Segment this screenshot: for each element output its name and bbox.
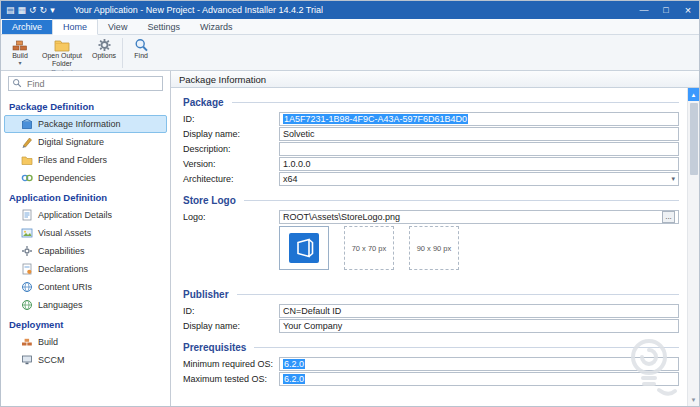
sidebar-item-visual-assets[interactable]: Visual Assets: [1, 224, 170, 242]
field-row-version: Version: 1.0.0.0: [183, 157, 679, 171]
section-divider: [254, 347, 679, 348]
find-input[interactable]: [27, 79, 159, 89]
min-os-field[interactable]: 6.2.0: [279, 357, 679, 371]
field-row-publisher-id: ID: CN=Default ID: [183, 304, 679, 318]
tab-wizards[interactable]: Wizards: [190, 20, 243, 34]
sidebar-item-declarations[interactable]: Declarations: [1, 260, 170, 278]
sidebar-item-capabilities[interactable]: Capabilities: [1, 242, 170, 260]
sidebar-item-label: Dependencies: [38, 173, 96, 183]
version-value: 1.0.0.0: [283, 159, 311, 169]
field-row-description: Description:: [183, 142, 679, 156]
find-button-label: Find: [134, 52, 148, 60]
build-button-label: Build: [12, 52, 28, 60]
sidebar-item-dependencies[interactable]: Dependencies: [1, 169, 170, 187]
section-divider: [244, 200, 679, 201]
publisher-display-name-field[interactable]: Your Company: [279, 319, 679, 333]
languages-globe-icon: [21, 299, 33, 311]
display-name-field[interactable]: Solvetic: [279, 127, 679, 141]
content-header: Package Information: [171, 71, 699, 88]
store-logo-preview[interactable]: [279, 226, 329, 270]
sidebar-item-files-and-folders[interactable]: Files and Folders: [1, 151, 170, 169]
logo-path-field[interactable]: ROOT\Assets\StoreLogo.png ...: [279, 210, 679, 224]
redo-icon[interactable]: ↻: [40, 5, 48, 15]
sidebar-item-label: Declarations: [38, 264, 88, 274]
content-header-title: Package Information: [179, 74, 266, 85]
section-title-store-logo: Store Logo: [183, 195, 679, 206]
save-icon[interactable]: ▤: [6, 5, 15, 15]
ribbon: Build ▾ Open Output Folder Options Proje…: [1, 35, 699, 71]
qat-dropdown-icon[interactable]: ▾: [50, 5, 55, 15]
chevron-down-icon: ▾: [667, 175, 675, 183]
gear-icon: [21, 245, 33, 257]
chevron-down-icon: ▾: [18, 60, 21, 67]
architecture-dropdown[interactable]: x64 ▾: [279, 172, 679, 186]
open-output-folder-label: Open Output Folder: [38, 52, 86, 68]
maximize-button[interactable]: □: [655, 1, 677, 19]
tab-archive[interactable]: Archive: [2, 20, 52, 34]
sidebar-section-package-definition: Package Definition: [1, 96, 170, 115]
image-icon: [21, 227, 33, 239]
section-title-text: Prerequisites: [183, 342, 246, 353]
undo-icon[interactable]: ↺: [29, 5, 37, 15]
scroll-up-arrow[interactable]: ▲: [688, 88, 700, 101]
sidebar-item-sccm[interactable]: SCCM: [1, 351, 170, 369]
magnifier-icon: [134, 37, 149, 52]
package-id-field[interactable]: 1A5F7231-1B98-4F9C-A43A-597F6D61B4D0: [279, 112, 679, 126]
sidebar-item-languages[interactable]: Languages: [1, 296, 170, 314]
options-button[interactable]: Options: [89, 36, 119, 68]
main-area: Package Definition Package Information D…: [1, 71, 699, 406]
ribbon-separator: [122, 38, 123, 68]
sidebar-item-build[interactable]: Build: [1, 333, 170, 351]
version-label: Version:: [183, 159, 279, 169]
tab-settings[interactable]: Settings: [137, 20, 190, 34]
titlebar: ▤ ▦ ↺ ↻ ▾ Your Application - New Project…: [1, 1, 699, 19]
folder-icon: [21, 154, 33, 166]
gear-icon: [97, 37, 112, 52]
description-field[interactable]: [279, 142, 679, 156]
find-button[interactable]: Find: [126, 36, 156, 61]
publisher-id-label: ID:: [183, 306, 279, 316]
sidebar-item-label: SCCM: [38, 355, 65, 365]
field-row-logo: Logo: ROOT\Assets\StoreLogo.png ...: [183, 210, 679, 224]
content-panel: Package Information Package ID: 1A5F7231…: [171, 71, 699, 406]
tab-home[interactable]: Home: [52, 19, 98, 35]
vertical-scrollbar[interactable]: ▲ ▼: [687, 88, 699, 406]
sidebar-item-digital-signature[interactable]: Digital Signature: [1, 133, 170, 151]
version-field[interactable]: 1.0.0.0: [279, 157, 679, 171]
architecture-label: Architecture:: [183, 174, 279, 184]
browse-button[interactable]: ...: [662, 211, 675, 223]
field-row-display-name: Display name: Solvetic: [183, 127, 679, 141]
sidebar: Package Definition Package Information D…: [1, 71, 171, 406]
monitor-icon: [21, 354, 33, 366]
sidebar-section-application-definition: Application Definition: [1, 187, 170, 206]
section-title-prerequisites: Prerequisites: [183, 342, 679, 353]
max-os-label: Maximum tested OS:: [183, 374, 279, 384]
logo-placeholder-90[interactable]: 90 x 90 px: [409, 226, 459, 270]
content-scroll-area: Package ID: 1A5F7231-1B98-4F9C-A43A-597F…: [171, 88, 687, 406]
open-output-folder-button[interactable]: Open Output Folder: [35, 36, 89, 68]
scrollbar-thumb[interactable]: [690, 103, 698, 175]
advanced-installer-window: { "titlebar": { "title": "Your Applicati…: [0, 0, 700, 407]
sidebar-item-application-details[interactable]: Application Details: [1, 206, 170, 224]
build-icon[interactable]: ▦: [18, 5, 27, 15]
max-os-field[interactable]: 6.2.0: [279, 372, 679, 386]
section-title-publisher: Publisher: [183, 289, 679, 300]
logo-placeholder-70[interactable]: 70 x 70 px: [344, 226, 394, 270]
ribbon-group-find: Find: [126, 36, 156, 70]
minimize-button[interactable]: —: [633, 1, 655, 19]
publisher-display-name-value: Your Company: [283, 321, 342, 331]
section-title-package: Package: [183, 97, 679, 108]
sidebar-item-label: Digital Signature: [38, 137, 104, 147]
section-divider: [232, 102, 679, 103]
close-button[interactable]: ×: [677, 1, 699, 19]
scroll-down-arrow[interactable]: ▼: [688, 393, 700, 406]
build-button[interactable]: Build ▾: [5, 36, 35, 68]
tab-view[interactable]: View: [98, 20, 137, 34]
bricks-icon: [21, 336, 33, 348]
sidebar-item-package-information[interactable]: Package Information: [4, 115, 167, 133]
sidebar-item-content-uris[interactable]: Content URIs: [1, 278, 170, 296]
logo-label: Logo:: [183, 212, 279, 222]
folder-icon: [54, 37, 70, 52]
publisher-id-field[interactable]: CN=Default ID: [279, 304, 679, 318]
document-icon: [21, 209, 33, 221]
